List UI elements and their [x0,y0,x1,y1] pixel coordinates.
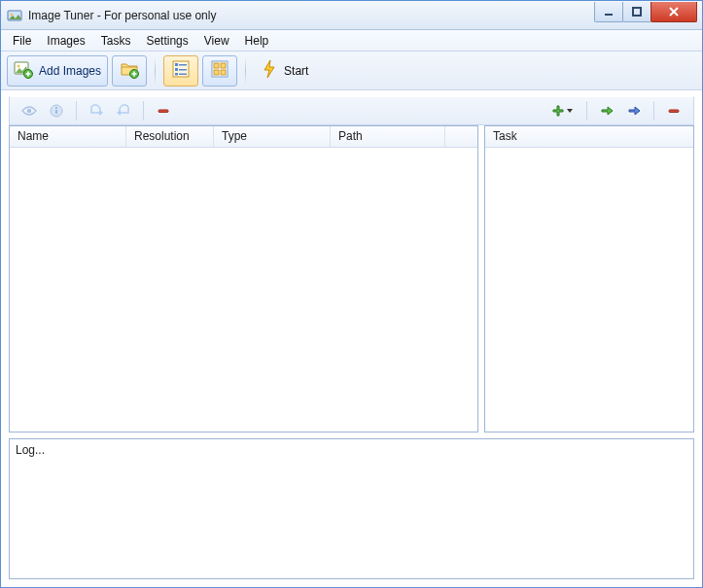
menu-view[interactable]: View [196,32,237,50]
col-spacer[interactable] [445,126,477,147]
maximize-button[interactable] [622,2,651,22]
svg-rect-22 [55,110,57,114]
rotate-right-button[interactable] [112,100,135,121]
svg-point-5 [18,65,20,68]
menu-images[interactable]: Images [39,32,92,50]
rotate-left-button[interactable] [85,100,108,121]
minimize-icon [603,6,615,17]
menubar: File Images Tasks Settings View Help [1,30,702,52]
image-list-headers: Name Resolution Type Path [10,126,477,148]
svg-rect-17 [221,63,226,68]
list-view-icon [172,60,190,81]
svg-rect-25 [669,110,679,113]
move-task-down-button[interactable] [622,100,646,121]
add-images-label: Add Images [39,64,101,78]
app-window: Image Tuner - For personal use only File… [0,0,703,588]
svg-rect-24 [158,110,168,113]
col-type[interactable]: Type [214,126,331,147]
image-list-pane: Name Resolution Type Path [9,125,478,432]
svg-rect-14 [179,74,187,76]
subtoolbar-separator [653,101,654,121]
list-view-button[interactable] [163,55,198,86]
app-icon [7,8,22,23]
add-task-button[interactable] [545,100,579,121]
thumbnail-view-button[interactable] [202,55,237,86]
lightning-icon [261,59,278,82]
svg-rect-3 [633,8,641,16]
task-list-pane: Task [484,125,694,432]
minimize-button[interactable] [594,2,623,22]
info-icon [50,104,63,118]
remove-image-button[interactable] [152,100,175,121]
start-label: Start [284,64,308,78]
svg-rect-19 [221,70,226,75]
plus-icon [551,104,565,118]
window-title: Image Tuner - For personal use only [28,9,216,22]
svg-rect-13 [175,73,178,76]
svg-point-20 [27,109,31,113]
main-toolbar: Add Images [1,52,702,90]
content-area: Name Resolution Type Path Task [9,125,694,432]
svg-rect-12 [179,69,187,71]
folder-plus-icon [120,59,139,82]
subtoolbar-separator [586,101,587,121]
close-button[interactable] [650,2,697,22]
arrow-right-blue-icon [627,104,641,118]
minus-icon [157,104,170,118]
task-list-headers: Task [485,126,693,148]
menu-help[interactable]: Help [237,32,277,50]
minus-icon [667,104,681,118]
menu-file[interactable]: File [5,32,39,50]
menu-tasks[interactable]: Tasks [93,32,139,50]
svg-rect-2 [605,14,613,16]
col-name[interactable]: Name [10,126,126,147]
col-path[interactable]: Path [331,126,445,147]
titlebar: Image Tuner - For personal use only [1,1,702,30]
menu-settings[interactable]: Settings [138,32,195,50]
image-list-body[interactable] [10,148,477,432]
rotate-left-icon [88,104,104,118]
subtoolbar-separator [76,101,77,121]
subtoolbar-separator [143,101,144,121]
start-button[interactable]: Start [254,55,315,86]
move-task-up-button[interactable] [595,100,618,121]
col-resolution[interactable]: Resolution [126,126,214,147]
thumbnail-view-icon [211,60,228,81]
svg-rect-11 [175,68,178,71]
col-task[interactable]: Task [485,126,693,147]
window-controls [595,2,702,22]
toolbar-separator [245,57,246,85]
svg-rect-9 [175,63,178,66]
log-text: Log... [16,443,45,457]
add-folder-button[interactable] [112,55,147,86]
log-pane[interactable]: Log... [9,438,694,579]
task-list-body[interactable] [485,148,693,432]
svg-rect-16 [214,63,219,68]
toolbar-separator [155,57,156,85]
maximize-icon [631,6,643,17]
svg-rect-18 [214,70,219,75]
add-images-button[interactable]: Add Images [7,55,108,86]
remove-task-button[interactable] [662,100,685,121]
rotate-right-icon [116,104,131,118]
close-icon [667,6,681,17]
info-button[interactable] [45,100,68,121]
preview-button[interactable] [18,100,41,121]
svg-rect-10 [179,64,187,66]
secondary-toolbar [9,96,694,125]
add-image-icon [14,59,33,82]
eye-icon [21,105,37,117]
svg-point-23 [55,107,57,109]
arrow-right-green-icon [600,104,614,118]
chevron-down-icon [567,109,573,113]
